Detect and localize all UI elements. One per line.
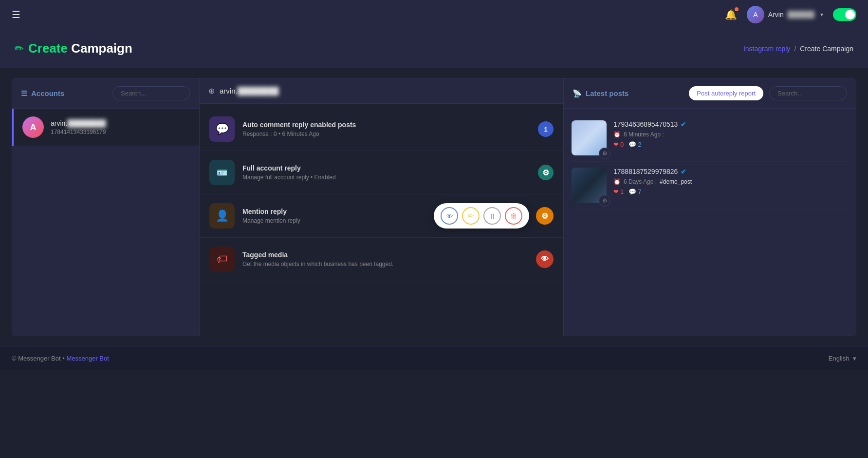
breadcrumb: Instagram reply / Create Campaign: [743, 45, 853, 53]
verified-icon: ✔: [681, 120, 686, 128]
accounts-column-header: ☰ Accounts: [12, 78, 199, 109]
clock-icon: ⏰: [613, 131, 621, 138]
post-info: 17934636895470513 ✔ ⏰ 8 Minutes Ago : ❤ …: [613, 120, 848, 148]
feature-item-full-account-reply[interactable]: 🪪 Full account reply Manage full account…: [200, 151, 563, 194]
feature-info: Auto comment reply enabled posts Respons…: [242, 121, 530, 137]
three-column-layout: ☰ Accounts A arvin.████████ 178414134331…: [12, 78, 856, 336]
feature-title: Full account reply: [242, 164, 530, 172]
post-stats: ❤ 0 💬 2: [613, 141, 848, 148]
post-item[interactable]: ⚙ 17888187529979826 ✔ ⏰ 6 Days Ago : #de…: [572, 162, 848, 209]
comment-icon: 💬: [628, 141, 636, 148]
posts-column-header: 📡 Latest posts Post autoreply report: [564, 78, 856, 109]
post-thumbnail-wrap: ⚙: [572, 120, 607, 155]
feature-account-username: arvin.████████: [220, 87, 279, 95]
post-info: 17888187529979826 ✔ ⏰ 6 Days Ago : #demo…: [613, 168, 848, 195]
hamburger-menu-icon[interactable]: ☰: [12, 9, 20, 20]
feature-badge-orange: ⚙: [536, 207, 554, 225]
footer-messenger-bot-link[interactable]: Messenger Bot: [66, 355, 109, 362]
pause-button[interactable]: ⏸: [483, 207, 501, 225]
page-title-area: ✏ Create Campaign: [15, 41, 132, 56]
accounts-label: Accounts: [31, 89, 64, 97]
post-meta: ⏰ 6 Days Ago : #demo_post: [613, 178, 848, 185]
pencil-icon: ✏: [15, 42, 23, 55]
feature-item-tagged-media[interactable]: 🏷 Tagged media Get the media objects in …: [200, 238, 563, 281]
action-overlay: 👁 ✏ ⏸ 🗑: [434, 203, 529, 229]
post-item[interactable]: ⚙ 17934636895470513 ✔ ⏰ 8 Minutes Ago :: [572, 114, 848, 162]
avatar: A: [22, 116, 44, 138]
post-list: ⚙ 17934636895470513 ✔ ⏰ 8 Minutes Ago :: [564, 109, 856, 215]
footer: © Messenger Bot • Messenger Bot English …: [0, 346, 868, 370]
posts-search-input[interactable]: [769, 86, 847, 100]
features-column: ⊕ arvin.████████ 💬 Auto comment reply en…: [200, 78, 564, 336]
breadcrumb-instagram-reply-link[interactable]: Instagram reply: [743, 45, 790, 53]
latest-posts-label: Latest posts: [586, 89, 628, 97]
feature-title: Auto comment reply enabled posts: [242, 121, 530, 129]
account-name: arvin.████████: [51, 119, 106, 127]
feature-icon-card: 🪪: [209, 160, 235, 185]
feature-title: Tagged media: [242, 251, 528, 259]
feature-desc: Get the media objects in which business …: [242, 261, 528, 267]
chevron-down-icon: ▾: [820, 11, 823, 18]
latest-posts-title: 📡 Latest posts: [573, 89, 683, 98]
features-column-header: ⊕ arvin.████████: [200, 78, 563, 104]
post-time: 8 Minutes Ago :: [624, 131, 664, 138]
heart-icon: ❤: [613, 141, 619, 148]
feature-info: Full account reply Manage full account r…: [242, 164, 530, 181]
breadcrumb-current: Create Campaign: [800, 45, 853, 53]
footer-language-selector[interactable]: English ▾: [829, 355, 856, 362]
post-hashtag: #demo_post: [660, 178, 692, 185]
feature-badge: 1: [538, 121, 554, 137]
chevron-down-icon: ▾: [853, 355, 856, 362]
feature-item-auto-comment-reply[interactable]: 💬 Auto comment reply enabled posts Respo…: [200, 108, 563, 151]
post-id-row: 17934636895470513 ✔: [613, 120, 848, 128]
accounts-search-input[interactable]: [112, 86, 190, 100]
post-likes: ❤ 1: [613, 188, 624, 195]
account-info: arvin.████████ 17841413433196179: [51, 119, 106, 135]
edit-button[interactable]: ✏: [462, 207, 480, 225]
post-thumbnail-wrap: ⚙: [572, 168, 607, 203]
page-title: Create Campaign: [28, 41, 132, 56]
delete-button[interactable]: 🗑: [505, 207, 522, 225]
post-gear-icon[interactable]: ⚙: [599, 148, 610, 159]
feature-desc: Manage full account reply • Enabled: [242, 174, 530, 181]
avatar: A: [747, 6, 764, 23]
feature-icon-comment: 💬: [209, 116, 235, 142]
verified-icon: ✔: [681, 168, 686, 175]
post-comments: 💬 7: [628, 188, 641, 195]
account-id: 17841413433196179: [51, 129, 106, 135]
accounts-title: ☰ Accounts: [21, 89, 64, 98]
main-content: ☰ Accounts A arvin.████████ 178414134331…: [0, 68, 868, 346]
toggle-switch[interactable]: [833, 8, 856, 21]
feature-desc: Response : 0 • 6 Minutes Ago: [242, 131, 530, 137]
feature-item-mention-reply[interactable]: 👤 Mention reply Manage mention reply 👁 ✏…: [200, 194, 563, 238]
post-comments: 💬 2: [628, 141, 641, 148]
post-meta: ⏰ 8 Minutes Ago :: [613, 131, 848, 138]
post-autoreply-report-button[interactable]: Post autoreply report: [689, 86, 763, 100]
notification-bell-icon[interactable]: 🔔: [725, 9, 737, 20]
breadcrumb-separator: /: [794, 45, 796, 53]
page-header: ✏ Create Campaign Instagram reply / Crea…: [0, 29, 868, 68]
post-gear-icon[interactable]: ⚙: [599, 195, 610, 207]
user-info-menu[interactable]: A Arvin ██████ ▾: [747, 6, 823, 23]
account-item[interactable]: A arvin.████████ 17841413433196179: [12, 109, 199, 146]
posts-column: 📡 Latest posts Post autoreply report ⚙ 1…: [564, 78, 856, 336]
feature-list: 💬 Auto comment reply enabled posts Respo…: [200, 104, 563, 285]
clock-icon: ⏰: [613, 178, 621, 185]
accounts-icon: ☰: [21, 89, 27, 98]
post-stats: ❤ 1 💬 7: [613, 188, 848, 195]
instagram-icon: ⊕: [208, 86, 215, 95]
view-button[interactable]: 👁: [441, 207, 458, 225]
top-navigation: ☰ 🔔 A Arvin ██████ ▾: [0, 0, 868, 29]
post-id-row: 17888187529979826 ✔: [613, 168, 848, 175]
user-name-blurred: ██████: [788, 11, 814, 18]
feature-info: Tagged media Get the media objects in wh…: [242, 251, 528, 267]
footer-copyright: © Messenger Bot •: [12, 355, 66, 362]
feature-badge-eye: 👁: [536, 250, 554, 268]
post-likes: ❤ 0: [613, 141, 624, 148]
feed-icon: 📡: [573, 89, 582, 98]
feature-icon-mention: 👤: [209, 203, 235, 229]
user-name: Arvin: [768, 11, 784, 19]
heart-icon: ❤: [613, 188, 619, 195]
feature-badge: ⚙: [538, 165, 554, 180]
accounts-column: ☰ Accounts A arvin.████████ 178414134331…: [12, 78, 200, 336]
